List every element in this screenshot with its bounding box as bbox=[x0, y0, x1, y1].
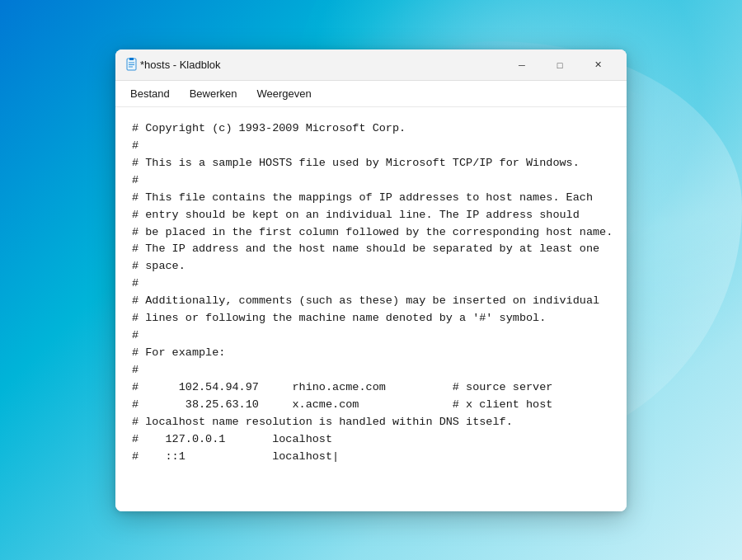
app-icon bbox=[125, 58, 140, 73]
editor-line: # This is a sample HOSTS file used by Mi… bbox=[132, 155, 610, 172]
editor-line: # Copyright (c) 1993-2009 Microsoft Corp… bbox=[132, 120, 610, 138]
editor-line: # For example: bbox=[132, 345, 610, 362]
close-button[interactable]: ✕ bbox=[579, 49, 617, 81]
editor-line: # 102.54.94.97 rhino.acme.com # source s… bbox=[132, 379, 610, 397]
editor-line: # 127.0.0.1 localhost bbox=[132, 431, 610, 449]
editor-line: # be placed in the first column followed… bbox=[132, 224, 610, 242]
editor-line: # bbox=[132, 362, 610, 379]
editor-line: # The IP address and the host name shoul… bbox=[132, 241, 610, 258]
menu-bewerken[interactable]: Bewerken bbox=[181, 84, 246, 103]
menu-weergeven[interactable]: Weergeven bbox=[249, 84, 320, 103]
text-editor[interactable]: # Copyright (c) 1993-2009 Microsoft Corp… bbox=[115, 107, 627, 511]
editor-line: # bbox=[132, 275, 610, 293]
notepad-window: *hosts - Kladblok ─ □ ✕ Bestand Bewerken… bbox=[115, 49, 627, 511]
editor-line: # Additionally, comments (such as these)… bbox=[132, 293, 610, 310]
editor-line: # This file contains the mappings of IP … bbox=[132, 190, 610, 207]
window-title: *hosts - Kladblok bbox=[140, 59, 503, 71]
editor-line: # space. bbox=[132, 258, 610, 275]
menu-bestand[interactable]: Bestand bbox=[122, 84, 178, 103]
maximize-button[interactable]: □ bbox=[541, 49, 579, 81]
window-controls: ─ □ ✕ bbox=[503, 49, 617, 81]
editor-line: # lines or following the machine name de… bbox=[132, 310, 610, 327]
editor-line: # 38.25.63.10 x.acme.com # x client host bbox=[132, 397, 610, 414]
editor-line: # localhost name resolution is handled w… bbox=[132, 414, 610, 431]
svg-rect-0 bbox=[127, 59, 136, 70]
editor-line: # bbox=[132, 172, 610, 190]
editor-line: # bbox=[132, 138, 610, 155]
editor-line: # bbox=[132, 327, 610, 345]
svg-rect-1 bbox=[129, 58, 134, 60]
title-bar: *hosts - Kladblok ─ □ ✕ bbox=[115, 49, 627, 81]
editor-line: # ::1 localhost bbox=[132, 449, 610, 466]
menu-bar: Bestand Bewerken Weergeven bbox=[115, 81, 627, 107]
editor-line: # entry should be kept on an individual … bbox=[132, 207, 610, 224]
minimize-button[interactable]: ─ bbox=[503, 49, 541, 81]
